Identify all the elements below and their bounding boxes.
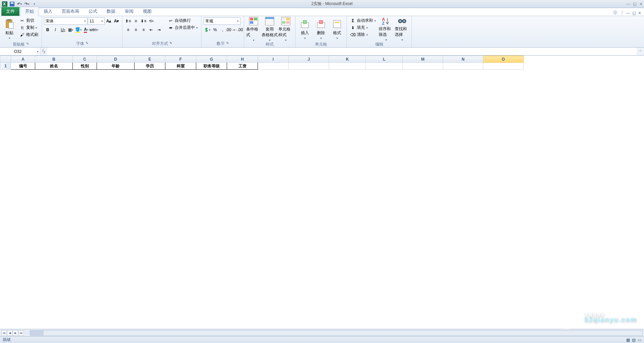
conditional-format-button[interactable]: 条件格式▾ [246, 17, 261, 41]
window-restore-icon[interactable]: ◱ [632, 11, 636, 15]
name-box[interactable]: ▾ [0, 48, 40, 55]
tab-layout[interactable]: 页面布局 [57, 7, 84, 16]
font-color-button[interactable]: A▾ [83, 26, 90, 33]
delete-cells-button[interactable]: 删除▾ [314, 17, 328, 41]
fill-color-button[interactable]: 🪣▾ [75, 26, 82, 33]
orientation-icon[interactable]: ⟲▾ [148, 17, 155, 25]
cell[interactable] [483, 63, 524, 70]
copy-button[interactable]: ⎘复制▾ [18, 24, 40, 31]
column-header[interactable]: C [73, 56, 97, 63]
excel-icon[interactable]: X [1, 1, 8, 7]
window-min-icon[interactable]: ― [626, 11, 630, 15]
tab-file[interactable]: 文件 [1, 7, 19, 16]
phonetic-button[interactable]: wén▾ [90, 26, 98, 33]
column-header[interactable]: G [196, 56, 227, 63]
underline-button[interactable]: U▾ [59, 26, 67, 33]
format-cells-button[interactable]: 格式▾ [330, 17, 344, 41]
table-header-cell[interactable]: 工资 [227, 63, 258, 70]
worksheet-grid[interactable]: ABCDEFGHIJKLMNO1编号姓名性别年龄学历科室职务等级工资 [0, 56, 644, 329]
tab-nav-first-icon[interactable]: ⏮ [1, 330, 7, 336]
cell[interactable] [258, 63, 289, 70]
column-header[interactable]: E [135, 56, 165, 63]
column-header[interactable]: B [35, 56, 73, 63]
autosum-button[interactable]: Σ自动求和▾ [349, 17, 377, 24]
dec-decimal-icon[interactable]: ←.00 [234, 26, 242, 33]
cell[interactable] [366, 63, 403, 70]
percent-icon[interactable]: % [211, 26, 219, 33]
close-icon[interactable]: ✕ [639, 2, 643, 6]
table-header-cell[interactable]: 姓名 [35, 63, 73, 70]
horizontal-scrollbar[interactable] [30, 330, 643, 336]
column-header[interactable]: N [443, 56, 483, 63]
font-size-combo[interactable]: ▾ [88, 17, 105, 25]
font-name-combo[interactable]: ▾ [44, 17, 88, 25]
sort-filter-button[interactable]: AZ排序和筛选▾ [379, 17, 393, 41]
format-painter-button[interactable]: 🖌格式刷 [18, 31, 40, 38]
number-format-combo[interactable]: ▾ [204, 17, 240, 25]
find-select-button[interactable]: 查找和选择▾ [395, 17, 410, 41]
ribbon-minimize-icon[interactable]: ⓥ [613, 10, 617, 16]
align-left-icon[interactable]: ≡ [124, 26, 132, 33]
font-launcher-icon[interactable]: ⬊ [86, 41, 88, 47]
column-header[interactable]: F [165, 56, 196, 63]
cell[interactable] [289, 63, 329, 70]
tab-nav-next-icon[interactable]: ▶ [13, 330, 18, 336]
tab-nav-prev-icon[interactable]: ◀ [7, 330, 12, 336]
cell-styles-button[interactable]: 单元格样式▾ [278, 17, 293, 41]
cell[interactable] [329, 63, 366, 70]
table-header-cell[interactable]: 学历 [135, 63, 165, 70]
border-button[interactable]: ▦▾ [67, 26, 74, 33]
table-header-cell[interactable]: 性别 [73, 63, 97, 70]
cell[interactable] [403, 63, 443, 70]
restore-icon[interactable]: ◱ [633, 2, 637, 6]
column-header[interactable]: J [289, 56, 329, 63]
clipboard-launcher-icon[interactable]: ⬊ [26, 42, 29, 47]
wrap-text-button[interactable]: ↩自动换行 [167, 17, 199, 24]
tab-view[interactable]: 视图 [138, 7, 156, 16]
bold-button[interactable]: B [44, 26, 51, 33]
clear-button[interactable]: ⌫清除▾ [349, 31, 377, 38]
column-header[interactable]: O [483, 56, 524, 63]
zoom-controls[interactable]: ▦ ▤ ▭ [626, 338, 641, 342]
insert-cells-button[interactable]: 插入▾ [298, 17, 312, 41]
tab-data[interactable]: 数据 [102, 7, 120, 16]
column-header[interactable]: D [97, 56, 135, 63]
fx-icon[interactable]: fx [42, 49, 45, 54]
expand-formula-icon[interactable]: ⌄ [637, 48, 644, 55]
indent-inc-icon[interactable]: ⇥ [155, 26, 163, 33]
tab-nav-last-icon[interactable]: ⏭ [18, 330, 24, 336]
align-center-icon[interactable]: ≡ [132, 26, 140, 33]
table-header-cell[interactable]: 科室 [165, 63, 196, 70]
tab-home[interactable]: 开始 [20, 7, 39, 16]
view-normal-icon[interactable]: ▦ [626, 338, 630, 342]
align-bottom-icon[interactable]: ⬇≡ [140, 17, 147, 25]
paste-button[interactable]: 粘贴▾ [2, 17, 17, 41]
minimize-icon[interactable]: ― [626, 2, 630, 6]
view-pagebreak-icon[interactable]: ▭ [638, 338, 641, 342]
grow-font-icon[interactable]: A▴ [105, 17, 112, 25]
table-header-cell[interactable]: 编号 [11, 63, 35, 70]
select-all-corner[interactable] [0, 56, 11, 63]
indent-dec-icon[interactable]: ⇤ [148, 26, 155, 33]
qat-customize-icon[interactable]: ▾ [31, 1, 38, 7]
row-header[interactable]: 1 [0, 63, 11, 70]
cell[interactable] [443, 63, 483, 70]
column-header[interactable]: I [258, 56, 289, 63]
undo-icon[interactable]: ↶▾ [16, 1, 23, 7]
column-header[interactable]: K [329, 56, 366, 63]
column-header[interactable]: H [227, 56, 258, 63]
tab-insert[interactable]: 插入 [39, 7, 57, 16]
view-layout-icon[interactable]: ▤ [632, 338, 636, 342]
align-middle-icon[interactable]: ≡ [132, 17, 140, 25]
formula-input[interactable] [47, 48, 637, 55]
align-right-icon[interactable]: ≡ [140, 26, 147, 33]
shrink-font-icon[interactable]: A▾ [113, 17, 120, 25]
format-table-button[interactable]: 套用 表格格式▾ [262, 17, 277, 41]
cut-button[interactable]: ✂剪切 [18, 17, 40, 24]
number-launcher-icon[interactable]: ⬊ [226, 41, 229, 47]
redo-icon[interactable]: ↷▾ [23, 1, 30, 7]
help-icon[interactable]: ❔ [619, 11, 624, 15]
window-close-icon[interactable]: ✕ [638, 11, 641, 15]
currency-icon[interactable]: 💲▾ [204, 26, 211, 33]
merge-center-button[interactable]: ⬌合并后居中▾ [167, 24, 199, 31]
